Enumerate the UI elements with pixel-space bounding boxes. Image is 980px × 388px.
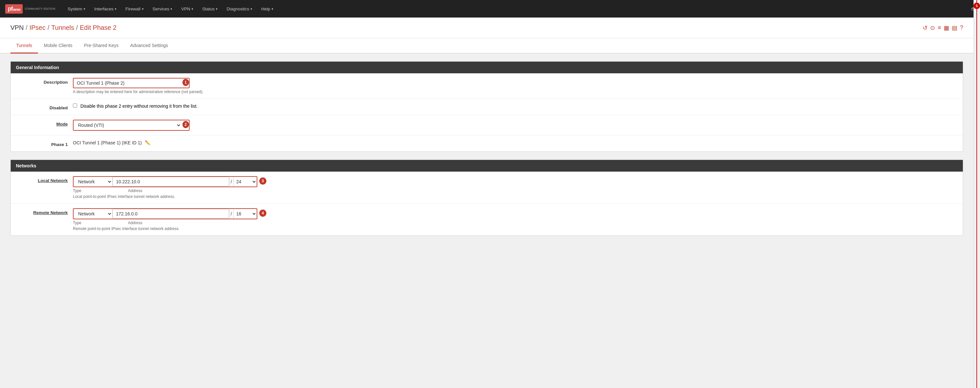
local-network-label: Local Network <box>16 176 68 183</box>
description-row: Description 1 A description may be enter… <box>11 73 963 99</box>
bc-sep2: / <box>48 24 49 32</box>
tab-tunnels[interactable]: Tunnels <box>10 38 38 54</box>
description-badge: 1 <box>183 79 189 86</box>
breadcrumb: VPN / IPsec / Tunnels / Edit Phase 2 <box>10 24 117 32</box>
networks-section: Networks Local Network Network LAN Subne… <box>10 160 963 236</box>
right-scrollbar[interactable]: 5 <box>974 0 980 244</box>
disabled-hint: Disable this phase 2 entry without remov… <box>80 104 198 109</box>
mode-content: Tunnel IPv4 Tunnel IPv6 Transport Routed… <box>73 120 958 131</box>
caret-icon: ▾ <box>84 7 85 11</box>
bc-ipsec[interactable]: IPsec <box>30 24 46 32</box>
help-icon[interactable]: ? <box>960 24 963 31</box>
mode-row: Mode Tunnel IPv4 Tunnel IPv6 Transport R… <box>11 115 963 136</box>
phase1-label: Phase 1 <box>16 140 68 147</box>
edit-pencil-icon[interactable]: ✏️ <box>145 140 150 145</box>
logo-sense: sense <box>13 8 20 11</box>
logo-subtitle: COMMUNITY EDITION <box>25 7 55 11</box>
caret-icon: ▾ <box>115 7 116 11</box>
tab-advanced-settings[interactable]: Advanced Settings <box>124 38 174 54</box>
list-icon[interactable]: ≡ <box>937 24 941 31</box>
remote-addr-label: Address <box>128 220 142 225</box>
general-info-body: Description 1 A description may be enter… <box>11 73 963 152</box>
caret-icon: ▾ <box>272 7 273 11</box>
disabled-checkbox-label[interactable]: Disable this phase 2 entry without remov… <box>73 104 198 109</box>
mode-badge: 2 <box>183 121 189 128</box>
remote-type-select[interactable]: Network LAN Subnet This Firewall <box>73 209 113 219</box>
disabled-content: Disable this phase 2 entry without remov… <box>73 104 958 109</box>
caret-icon: ▾ <box>142 7 143 11</box>
remote-network-hint: Remote point-to-point IPsec interface tu… <box>73 227 958 231</box>
remote-address-input[interactable] <box>113 209 229 219</box>
local-network-hint: Local point-to-point IPsec interface tun… <box>73 194 958 199</box>
local-cidr-select[interactable]: 16 20 24 28 32 <box>233 177 257 187</box>
circle-icon[interactable]: ⊙ <box>930 24 935 32</box>
disabled-label: Disabled <box>16 104 68 110</box>
description-input[interactable] <box>73 78 181 88</box>
local-network-row: Local Network Network LAN Subnet This Fi… <box>11 172 963 204</box>
local-network-content: Network LAN Subnet This Firewall / 16 20… <box>73 176 958 199</box>
remote-network-label: Remote Network <box>16 208 68 215</box>
local-slash: / <box>229 177 233 186</box>
nav-menu: System ▾ Interfaces ▾ Firewall ▾ Service… <box>63 0 971 18</box>
mode-select[interactable]: Tunnel IPv4 Tunnel IPv6 Transport Routed… <box>73 120 181 130</box>
nav-firewall[interactable]: Firewall ▾ <box>121 0 148 18</box>
caret-icon: ▾ <box>250 7 252 11</box>
breadcrumb-icons: ↺ ⊙ ≡ ▦ ▤ ? <box>923 24 963 32</box>
nav-vpn[interactable]: VPN ▾ <box>177 0 198 18</box>
remote-network-content: Network LAN Subnet This Firewall / 8 16 … <box>73 208 958 231</box>
nav-status[interactable]: Status ▾ <box>198 0 222 18</box>
mode-select-wrapper: Tunnel IPv4 Tunnel IPv6 Transport Routed… <box>73 120 189 131</box>
disabled-row: Disabled Disable this phase 2 entry with… <box>11 99 963 115</box>
brand-logo: pfsense COMMUNITY EDITION <box>5 4 56 14</box>
table-icon[interactable]: ▤ <box>952 24 957 32</box>
bc-vpn: VPN <box>10 24 24 32</box>
description-content: 1 A description may be entered here for … <box>73 78 958 94</box>
logo-icon: pfsense <box>5 4 23 14</box>
local-network-badge: 3 <box>259 177 266 185</box>
tab-mobile-clients[interactable]: Mobile Clients <box>38 38 78 54</box>
caret-icon: ▾ <box>216 7 218 11</box>
description-hint: A description may be entered here for ad… <box>73 89 958 94</box>
nav-help[interactable]: Help ▾ <box>257 0 278 18</box>
remote-slash: / <box>229 209 233 218</box>
local-type-label: Type <box>73 188 125 193</box>
caret-icon: ▾ <box>191 7 193 11</box>
nav-interfaces[interactable]: Interfaces ▾ <box>90 0 121 18</box>
nav-services[interactable]: Services ▾ <box>148 0 177 18</box>
local-address-input[interactable] <box>113 177 229 187</box>
local-network-fields: Network LAN Subnet This Firewall / 16 20… <box>73 176 257 187</box>
remote-cidr-select[interactable]: 8 16 24 32 <box>233 209 257 219</box>
local-addr-label: Address <box>128 188 142 193</box>
networks-header: Networks <box>11 160 963 172</box>
refresh-icon[interactable]: ↺ <box>923 24 928 32</box>
nav-system[interactable]: System ▾ <box>63 0 90 18</box>
scroll-line <box>977 0 977 244</box>
nav-diagnostics[interactable]: Diagnostics ▾ <box>222 0 257 18</box>
bc-sep3: / <box>76 24 78 32</box>
local-type-select[interactable]: Network LAN Subnet This Firewall <box>73 177 113 187</box>
chart-icon[interactable]: ▦ <box>944 24 949 32</box>
bc-sep1: / <box>25 24 27 32</box>
phase1-row: Phase 1 OCI Tunnel 1 (Phase 1) (IKE ID 1… <box>11 136 963 152</box>
description-label: Description <box>16 78 68 85</box>
main-content: VPN / IPsec / Tunnels / Edit Phase 2 ↺ ⊙… <box>0 18 974 236</box>
general-info-header: General Information <box>11 62 963 73</box>
networks-body: Local Network Network LAN Subnet This Fi… <box>11 172 963 236</box>
remote-type-label: Type <box>73 220 125 225</box>
local-sub-labels: Type Address <box>73 188 958 193</box>
tabs-bar: Tunnels Mobile Clients Pre-Shared Keys A… <box>0 38 974 54</box>
mode-label: Mode <box>16 120 68 126</box>
remote-network-row: Remote Network Network LAN Subnet This F… <box>11 204 963 236</box>
bc-edit-phase2: Edit Phase 2 <box>80 24 116 32</box>
tab-pre-shared-keys[interactable]: Pre-Shared Keys <box>78 38 124 54</box>
general-info-section: General Information Description 1 A desc… <box>10 61 963 152</box>
caret-icon: ▾ <box>170 7 172 11</box>
remote-sub-labels: Type Address <box>73 220 958 225</box>
remote-network-fields: Network LAN Subnet This Firewall / 8 16 … <box>73 208 257 219</box>
scrollbar-badge: 5 <box>974 3 980 9</box>
description-field-wrapper: 1 <box>73 78 189 88</box>
phase1-content: OCI Tunnel 1 (Phase 1) (IKE ID 1) ✏️ <box>73 140 958 145</box>
bc-tunnels[interactable]: Tunnels <box>51 24 74 32</box>
phase1-value: OCI Tunnel 1 (Phase 1) (IKE ID 1) <box>73 138 142 145</box>
disabled-checkbox[interactable] <box>73 104 77 108</box>
